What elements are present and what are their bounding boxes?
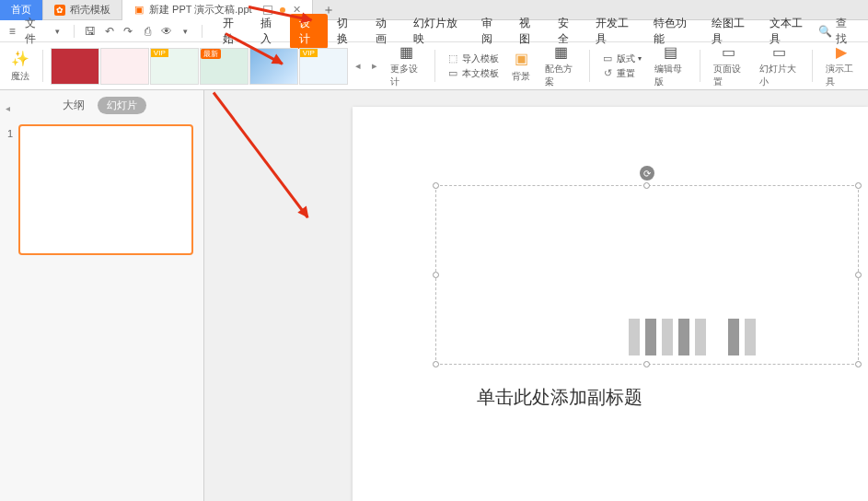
gallery-prev[interactable]: ◂ xyxy=(352,46,365,86)
chevron-down-icon[interactable]: ▾ xyxy=(51,24,64,39)
tab-transition[interactable]: 切换 xyxy=(328,13,365,50)
resize-handle[interactable] xyxy=(433,272,439,278)
redacted-title xyxy=(629,319,758,355)
background-icon: ▣ xyxy=(512,50,530,68)
size-icon: ▭ xyxy=(770,43,788,61)
background-button[interactable]: ▣背景 xyxy=(506,46,536,86)
design-ribbon: ✨ 魔法 VIP 最新 VIP ◂ ▸ ▦ 更多设计 ⬚导入模板 ▭本文模板 ▣… xyxy=(0,42,868,90)
undo-icon[interactable]: ↶ xyxy=(102,24,116,39)
resize-handle[interactable] xyxy=(643,361,650,367)
theme-item[interactable]: VIP xyxy=(150,48,199,85)
more-design-label: 更多设计 xyxy=(390,63,422,88)
slide-canvas[interactable]: ⟳ 单击此处添加副标题 xyxy=(353,107,868,501)
play-icon: ▶ xyxy=(832,43,851,61)
tab-devtools[interactable]: 开发工具 xyxy=(586,13,644,50)
tab-view[interactable]: 视图 xyxy=(510,13,548,50)
page-setup-icon: ▭ xyxy=(720,43,738,61)
slides-tab[interactable]: 幻灯片 xyxy=(98,97,146,114)
resize-handle[interactable] xyxy=(433,182,439,189)
theme-item[interactable] xyxy=(51,48,99,85)
theme-item[interactable]: VIP xyxy=(299,48,348,85)
redo-icon[interactable]: ↷ xyxy=(122,24,135,39)
slide-thumbnail[interactable] xyxy=(18,124,193,255)
file-menu[interactable]: 文件 xyxy=(25,16,45,47)
new-badge: 最新 xyxy=(201,49,221,59)
ppt-icon: ▣ xyxy=(133,5,145,16)
theme-item[interactable]: 最新 xyxy=(200,48,249,85)
rotate-handle[interactable]: ⟳ xyxy=(640,166,654,181)
reset-button[interactable]: ↺重置 xyxy=(601,67,642,80)
vip-badge: VIP xyxy=(300,49,318,57)
edit-master-button[interactable]: ▤编辑母版 xyxy=(649,46,691,86)
chevron-down-icon[interactable]: ▾ xyxy=(179,24,192,39)
gallery-next[interactable]: ▸ xyxy=(368,46,381,86)
theme-item[interactable] xyxy=(100,48,149,85)
vip-badge: VIP xyxy=(151,49,168,57)
resize-handle[interactable] xyxy=(855,182,862,189)
outline-tab[interactable]: 大纲 xyxy=(57,96,90,115)
magic-label: 魔法 xyxy=(11,70,29,83)
more-design-button[interactable]: ▦ 更多设计 xyxy=(385,46,427,86)
print-icon[interactable]: ⎙ xyxy=(141,24,155,39)
find-label: 查找 xyxy=(836,16,855,47)
page-setup-button[interactable]: ▭页面设置 xyxy=(708,46,750,86)
template-icon: ▭ xyxy=(446,67,459,80)
color-scheme-button[interactable]: ▦配色方案 xyxy=(539,46,582,86)
resize-handle[interactable] xyxy=(855,361,862,367)
menu-bar: ≡ 文件 ▾ 🖫 ↶ ↷ ⎙ 👁 ▾ 开始 插入 设计 切换 动画 幻灯片放映 … xyxy=(0,20,868,42)
quick-access: ≡ 文件 ▾ 🖫 ↶ ↷ ⎙ 👁 ▾ xyxy=(6,16,206,47)
this-template-button[interactable]: ▭本文模板 xyxy=(446,67,499,80)
theme-item[interactable] xyxy=(249,48,298,85)
import-icon: ⬚ xyxy=(446,52,459,65)
save-icon[interactable]: 🖫 xyxy=(84,24,98,39)
docer-icon: ✿ xyxy=(54,5,65,16)
slide-number: 1 xyxy=(7,128,13,139)
canvas-area[interactable]: ⟳ 单击此处添加副标题 xyxy=(204,90,868,501)
slide-size-button[interactable]: ▭幻灯片大小 xyxy=(754,46,804,86)
resize-handle[interactable] xyxy=(433,361,439,367)
search-icon: 🔍 xyxy=(818,25,832,38)
layout-icon: ▭ xyxy=(601,52,614,65)
find-button[interactable]: 🔍 查找 xyxy=(818,16,862,47)
master-icon: ▤ xyxy=(661,43,679,61)
magic-button[interactable]: ✨ 魔法 xyxy=(6,46,35,86)
resize-handle[interactable] xyxy=(855,272,862,278)
menu-hamburger-icon[interactable]: ≡ xyxy=(6,24,19,39)
present-tools-button[interactable]: ▶演示工具 xyxy=(820,46,862,86)
layout-button[interactable]: ▭版式▾ xyxy=(601,52,642,65)
theme-gallery: VIP 最新 VIP xyxy=(51,46,348,87)
wand-icon: ✨ xyxy=(11,50,29,68)
palette-icon: ▦ xyxy=(551,43,570,61)
body-area: ◂ 大纲 幻灯片 1 ⟳ xyxy=(0,90,868,501)
print-preview-icon[interactable]: 👁 xyxy=(160,24,174,39)
reset-icon: ↺ xyxy=(601,67,614,80)
import-template-button[interactable]: ⬚导入模板 xyxy=(446,52,499,65)
grid-icon: ▦ xyxy=(397,43,415,61)
resize-handle[interactable] xyxy=(643,182,650,189)
subtitle-placeholder[interactable]: 单击此处添加副标题 xyxy=(477,385,642,410)
collapse-caret-icon[interactable]: ◂ xyxy=(6,103,10,113)
slide-panel: ◂ 大纲 幻灯片 1 xyxy=(0,90,204,501)
tab-insert[interactable]: 插入 xyxy=(251,13,289,50)
tab-review[interactable]: 审阅 xyxy=(472,13,510,50)
